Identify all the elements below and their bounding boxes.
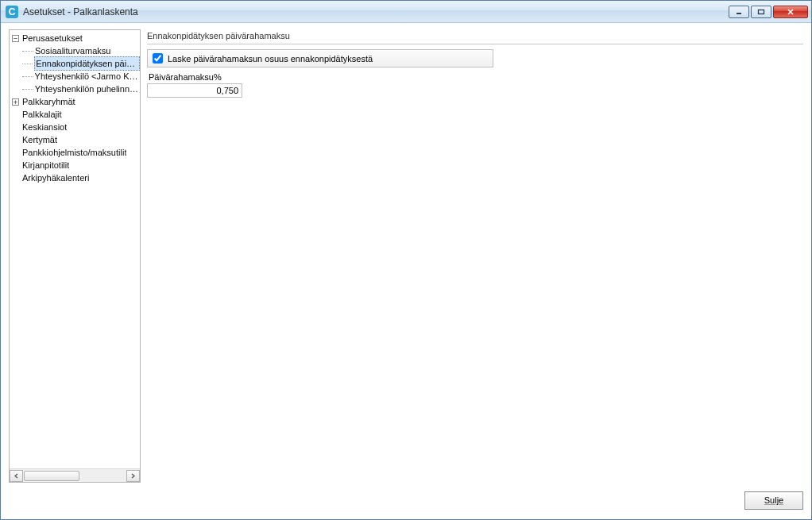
- maximize-icon: [757, 9, 765, 15]
- tree-item[interactable]: +Palkkaryhmät: [10, 95, 140, 108]
- field-row: Päivärahamaksu%: [147, 71, 803, 98]
- tree-item[interactable]: Kertymät: [10, 133, 140, 146]
- calc-dailyallowance-checkbox[interactable]: [153, 53, 163, 64]
- tree-branch-line: [22, 51, 33, 52]
- tree-item[interactable]: Kirjanpitotilit: [10, 159, 140, 171]
- tree-item[interactable]: Sosiaaliturvamaksu: [10, 44, 140, 57]
- tree-branch-line: [22, 64, 33, 64]
- tree-item-label: Ennakonpidätyksen päivära: [34, 56, 140, 71]
- collapse-icon[interactable]: −: [12, 35, 19, 42]
- footer: Sulje: [9, 483, 803, 511]
- window-title: Asetukset - Palkanlaskenta: [23, 6, 138, 17]
- window-buttons: [729, 6, 808, 18]
- scroll-right-button[interactable]: [126, 470, 140, 482]
- panel-heading: Ennakonpidätyksen päivärahamaksu: [147, 29, 803, 44]
- tree-item-label: Palkkaryhmät: [22, 95, 75, 108]
- titlebar: C Asetukset - Palkanlaskenta: [1, 1, 811, 23]
- tree-item[interactable]: Pankkiohjelmisto/maksutilit: [10, 146, 140, 159]
- main-panel: Ennakonpidätyksen päivärahamaksu Laske p…: [147, 29, 803, 483]
- scroll-track[interactable]: [23, 470, 126, 482]
- tree-item-label: Kirjanpitotilit: [22, 159, 69, 171]
- tree-item[interactable]: Palkkalajit: [10, 108, 140, 121]
- close-dialog-button[interactable]: Sulje: [744, 491, 803, 510]
- app-icon: C: [6, 6, 18, 18]
- tree-item-label: Yhteyshenkilön puhelinnum: [35, 83, 140, 95]
- close-button[interactable]: [773, 6, 808, 18]
- svg-rect-1: [759, 10, 764, 13]
- tree-item-label: Palkkalajit: [22, 108, 62, 121]
- window-root: C Asetukset - Palkanlaskenta: [0, 0, 812, 520]
- dailyallowance-percent-input[interactable]: [147, 83, 242, 98]
- field-label: Päivärahamaksu%: [149, 72, 222, 82]
- expand-icon[interactable]: +: [12, 98, 19, 106]
- chevron-right-icon: [130, 473, 136, 479]
- content-row: −PerusasetuksetSosiaaliturvamaksuEnnakon…: [9, 29, 803, 483]
- tree-item[interactable]: −Perusasetukset: [10, 32, 140, 44]
- tree-branch-line: [22, 89, 33, 90]
- tree-item-label: Sosiaaliturvamaksu: [35, 44, 110, 57]
- settings-tree[interactable]: −PerusasetuksetSosiaaliturvamaksuEnnakon…: [10, 30, 140, 468]
- tree-item[interactable]: Yhteyshenkilön puhelinnum: [10, 83, 140, 95]
- tree-branch-line: [22, 76, 33, 77]
- tree-panel: −PerusasetuksetSosiaaliturvamaksuEnnakon…: [9, 29, 141, 483]
- tree-item[interactable]: Yhteyshenkilö <Jarmo Kähk: [10, 70, 140, 83]
- tree-item-label: Keskiansiot: [22, 121, 67, 133]
- tree-item[interactable]: Ennakonpidätyksen päivära: [10, 57, 140, 70]
- minimize-icon: [735, 9, 743, 15]
- tree-item-label: Pankkiohjelmisto/maksutilit: [22, 146, 126, 159]
- tree-item-label: Kertymät: [22, 133, 57, 146]
- tree-horizontal-scrollbar[interactable]: [10, 468, 140, 482]
- client-area: −PerusasetuksetSosiaaliturvamaksuEnnakon…: [1, 23, 811, 519]
- tree-item[interactable]: Keskiansiot: [10, 121, 140, 133]
- maximize-button[interactable]: [751, 6, 771, 18]
- close-icon: [786, 8, 795, 16]
- tree-item-label: Perusasetukset: [22, 32, 83, 44]
- tree-item[interactable]: Arkipyhäkalenteri: [10, 171, 140, 184]
- tree-item-label: Yhteyshenkilö <Jarmo Kähk: [35, 70, 140, 83]
- scroll-thumb[interactable]: [24, 471, 79, 481]
- scroll-left-button[interactable]: [10, 470, 23, 482]
- checkbox-label: Laske päivärahamaksun osuus ennakonpidät…: [168, 54, 373, 64]
- checkbox-group: Laske päivärahamaksun osuus ennakonpidät…: [147, 49, 493, 67]
- tree-item-label: Arkipyhäkalenteri: [22, 171, 89, 184]
- minimize-button[interactable]: [729, 6, 749, 18]
- chevron-left-icon: [14, 473, 19, 479]
